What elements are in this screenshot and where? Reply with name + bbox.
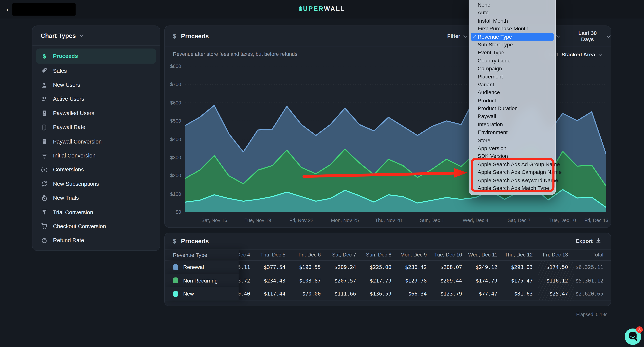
x-tick-label: Sat, Nov 16: [202, 217, 227, 223]
menu-item-label: Event Type: [478, 49, 504, 56]
menu-item-label: Integration: [478, 121, 503, 128]
sidebar-item-new-trials[interactable]: New Trials: [36, 191, 156, 205]
menu-item-apple-search-ads-campaign-name[interactable]: Apple Search Ads Campaign Name: [468, 168, 556, 176]
sidebar-item-paywall-rate[interactable]: Paywall Rate: [36, 120, 156, 134]
menu-item-integration[interactable]: Integration: [468, 120, 556, 128]
group-by-button[interactable]: [556, 26, 560, 46]
menu-item-product-duration[interactable]: Product Duration: [468, 105, 556, 112]
table-header-cell: Sun, Dec 8: [362, 249, 397, 260]
sidebar-item-label: Refund Rate: [53, 237, 84, 244]
sidebar-item-label: Trial Conversion: [53, 209, 93, 215]
value-cell: $208.07: [432, 261, 468, 274]
value-cell: $236.42: [397, 261, 432, 274]
row-label: New: [183, 291, 194, 297]
value-cell-partial: 5.11: [238, 261, 256, 274]
value-cell: $225.00: [362, 261, 397, 274]
y-tick-label: $300: [166, 154, 181, 160]
value-cell: $234.43: [256, 274, 291, 287]
value-cell: $70.00: [291, 287, 326, 300]
table-header-cell: Thu, Dec 12: [503, 249, 538, 260]
menu-item-label: Install Month: [478, 18, 508, 24]
menu-item-label: Campaign: [478, 66, 502, 72]
id-card-icon: [41, 110, 48, 117]
sidebar-item-initial-conversion[interactable]: Initial Conversion: [36, 149, 156, 163]
menu-item-install-month[interactable]: Install Month: [468, 17, 556, 25]
menu-item-none[interactable]: None: [468, 1, 556, 9]
menu-item-auto[interactable]: Auto: [468, 9, 556, 17]
menu-item-apple-search-ads-keyword-name[interactable]: Apple Search Ads Keyword Name: [468, 176, 556, 184]
table-header-cell: Dec 4: [238, 249, 256, 260]
date-range-button[interactable]: Last 30 Days: [571, 26, 611, 46]
sidebar-item-paywalled-users[interactable]: Paywalled Users: [36, 106, 156, 120]
sidebar-item-label: Sales: [53, 68, 67, 74]
value-cell: $249.12: [468, 261, 503, 274]
menu-item-revenue-type[interactable]: ✓Revenue Type: [471, 33, 554, 41]
menu-item-label: Apple Search Ads Ad Group Name: [478, 161, 560, 167]
sidebar-item-new-users[interactable]: New Users: [36, 78, 156, 92]
table-header-cell: Total: [574, 249, 611, 260]
value-cell: $66.34: [397, 287, 432, 300]
sidebar-item-conversions[interactable]: Conversions: [36, 163, 156, 177]
chat-launcher[interactable]: 3: [624, 328, 642, 345]
menu-item-country-code[interactable]: Country Code: [468, 57, 556, 65]
chevron-down-icon: [607, 35, 611, 38]
menu-item-event-type[interactable]: Event Type: [468, 49, 556, 57]
dollar-icon: $: [173, 33, 176, 39]
menu-item-label: Product: [478, 97, 496, 104]
table-title-text: Proceeds: [181, 238, 209, 245]
download-icon: [596, 238, 601, 244]
sidebar-item-paywall-conversion[interactable]: Paywall Conversion: [36, 134, 156, 149]
menu-item-apple-search-ads-match-type[interactable]: Apple Search Ads Match Type: [468, 184, 556, 192]
total-cell: $5,301.12: [574, 274, 611, 287]
menu-item-first-purchase-month[interactable]: First Purchase Month: [468, 25, 556, 33]
menu-item-environment[interactable]: Environment: [468, 128, 556, 136]
row-label: Renewal: [183, 264, 204, 270]
sidebar-item-checkout-conversion[interactable]: Checkout Conversion: [36, 219, 156, 233]
value-cell-partial: 0.40: [238, 287, 256, 300]
chevron-down-icon: [463, 35, 467, 38]
table-header-row: Revenue TypeDec 4Thu, Dec 5Fri, Dec 6Sat…: [165, 249, 611, 261]
menu-item-variant[interactable]: Variant: [468, 81, 556, 89]
sidebar-item-label: Proceeds: [53, 53, 78, 59]
chart-types-dropdown[interactable]: Chart Types: [32, 26, 160, 46]
menu-item-store[interactable]: Store: [468, 136, 556, 144]
y-tick-label: $100: [166, 191, 181, 197]
menu-item-sdk-version[interactable]: SDK Version: [468, 152, 556, 160]
sidebar-item-refund-rate[interactable]: Refund Rate: [36, 233, 156, 247]
sidebar-item-label: New Users: [53, 82, 80, 88]
menu-item-paywall[interactable]: Paywall: [468, 112, 556, 120]
sidebar-item-sales[interactable]: Sales: [36, 64, 156, 78]
row-label-cell: New: [165, 287, 238, 300]
chevron-down-icon: [556, 35, 560, 38]
menu-item-app-version[interactable]: App Version: [468, 144, 556, 152]
menu-item-campaign[interactable]: Campaign: [468, 65, 556, 73]
menu-item-sub-start-type[interactable]: Sub Start Type: [468, 41, 556, 49]
dollar-icon: $: [173, 238, 176, 244]
y-tick-label: $700: [166, 82, 181, 87]
table-header-cell: Sat, Dec 7: [326, 249, 362, 260]
target-icon: [41, 167, 48, 173]
menu-item-label: Apple Search Ads Campaign Name: [478, 169, 562, 175]
sidebar-title: Chart Types: [41, 32, 76, 39]
sidebar-item-active-users[interactable]: Active Users: [36, 92, 156, 106]
chart-type-value: Stacked Area: [562, 51, 595, 58]
export-button[interactable]: Export: [573, 233, 604, 249]
menu-item-label: Variant: [478, 81, 494, 88]
menu-item-label: Product Duration: [478, 105, 518, 111]
menu-item-product[interactable]: Product: [468, 97, 556, 105]
filter-button[interactable]: Filter: [447, 26, 467, 46]
menu-item-apple-search-ads-ad-group-name[interactable]: Apple Search Ads Ad Group Name: [468, 160, 556, 168]
sidebar-item-proceeds[interactable]: $Proceeds: [36, 49, 156, 64]
sidebar-item-trial-conversion[interactable]: Trial Conversion: [36, 205, 156, 219]
value-cell: $123.79: [432, 287, 468, 300]
proceeds-table-card: $ Proceeds Export Revenue TypeDec 4Thu, …: [164, 233, 611, 306]
value-cell: $25.47: [538, 287, 574, 300]
sidebar-item-new-subscriptions[interactable]: New Subscriptions: [36, 177, 156, 191]
menu-item-audience[interactable]: Audience: [468, 89, 556, 96]
menu-item-placement[interactable]: Placement: [468, 73, 556, 81]
refresh-icon: [41, 181, 48, 187]
sidebar-item-label: Paywall Rate: [53, 124, 85, 131]
value-cell: $174.79: [468, 274, 503, 287]
chart-card-title: $ Proceeds: [173, 26, 209, 46]
date-range-label: Last 30 Days: [571, 30, 604, 42]
